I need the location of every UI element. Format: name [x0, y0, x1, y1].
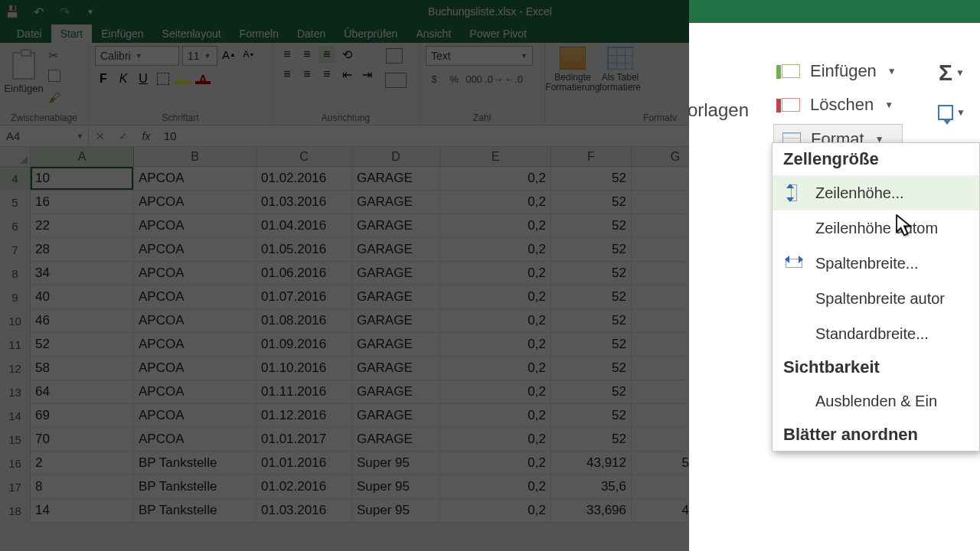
- row-header[interactable]: 8: [0, 262, 31, 285]
- increase-decimal-button[interactable]: .0→: [485, 70, 502, 87]
- redo-icon[interactable]: ↷: [57, 4, 72, 19]
- cell[interactable]: 52: [551, 214, 632, 237]
- cell[interactable]: 01.02.2016: [256, 475, 352, 498]
- cell[interactable]: 10: [31, 167, 134, 190]
- tab-ansicht[interactable]: Ansicht: [407, 24, 460, 43]
- col-header-F[interactable]: F: [551, 147, 632, 166]
- cell[interactable]: 64: [31, 380, 134, 403]
- cell[interactable]: 0,2: [440, 499, 551, 522]
- cell[interactable]: 52: [551, 191, 632, 214]
- row-header[interactable]: 15: [0, 428, 31, 451]
- cell[interactable]: 01.06.2016: [256, 262, 352, 285]
- row-header[interactable]: 17: [0, 475, 31, 498]
- cell[interactable]: 16: [31, 191, 134, 214]
- cell[interactable]: 01.07.2016: [256, 285, 352, 308]
- cell[interactable]: BP Tankstelle: [134, 499, 256, 522]
- row-header[interactable]: 12: [0, 357, 31, 380]
- cancel-formula-button[interactable]: ✕: [89, 126, 112, 146]
- cell[interactable]: GARAGE: [352, 214, 440, 237]
- tab-datei[interactable]: Datei: [8, 24, 51, 43]
- cell[interactable]: 52: [31, 333, 134, 356]
- cell[interactable]: 01.12.2016: [256, 404, 352, 427]
- cell[interactable]: GARAGE: [352, 285, 440, 308]
- cell[interactable]: 52: [551, 309, 632, 332]
- cell[interactable]: APCOA: [134, 214, 256, 237]
- col-header-C[interactable]: C: [256, 147, 352, 166]
- border-button[interactable]: [155, 70, 172, 87]
- font-size-combo[interactable]: 11▼: [182, 46, 217, 66]
- cell[interactable]: 52: [551, 404, 632, 427]
- cell[interactable]: 0,2: [440, 475, 551, 498]
- cell[interactable]: APCOA: [134, 285, 256, 308]
- row-header[interactable]: 5: [0, 191, 31, 214]
- cell[interactable]: 28: [31, 238, 134, 261]
- cell[interactable]: GARAGE: [352, 428, 440, 451]
- autosum-button[interactable]: Σ▼: [933, 57, 971, 89]
- cell[interactable]: 0,2: [440, 167, 551, 190]
- cell[interactable]: 14: [31, 499, 134, 522]
- wrap-text-button[interactable]: [383, 46, 406, 66]
- cell[interactable]: 34: [31, 262, 134, 285]
- col-header-B[interactable]: B: [134, 147, 256, 166]
- cell[interactable]: 01.03.2016: [256, 191, 352, 214]
- delete-cells-button[interactable]: Löschen▼: [773, 90, 903, 119]
- cell[interactable]: 35,6: [551, 475, 632, 498]
- menu-item-column-width[interactable]: Spaltenbreite...: [773, 246, 979, 281]
- row-header[interactable]: 13: [0, 380, 31, 403]
- cell[interactable]: 01.10.2016: [256, 357, 352, 380]
- cell[interactable]: 2: [31, 452, 134, 474]
- paste-button[interactable]: Einfügen: [6, 46, 41, 99]
- cell[interactable]: 52: [551, 333, 632, 356]
- cell[interactable]: Super 95: [352, 475, 440, 498]
- tab-powerpivot[interactable]: Power Pivot: [460, 24, 536, 43]
- cell[interactable]: APCOA: [134, 357, 256, 380]
- cell[interactable]: 0,2: [440, 380, 551, 403]
- tab-einfuegen[interactable]: Einfügen: [92, 24, 152, 43]
- cell[interactable]: GARAGE: [352, 404, 440, 427]
- cell[interactable]: 0,2: [440, 285, 551, 308]
- cell[interactable]: 33,696: [551, 499, 632, 522]
- tab-seitenlayout[interactable]: Seitenlayout: [153, 24, 230, 43]
- cell[interactable]: 69: [31, 404, 134, 427]
- cell[interactable]: 52: [551, 285, 632, 308]
- cell[interactable]: APCOA: [134, 428, 256, 451]
- cell[interactable]: 01.09.2016: [256, 333, 352, 356]
- cell[interactable]: GARAGE: [352, 191, 440, 214]
- row-header[interactable]: 7: [0, 238, 31, 261]
- insert-cells-button[interactable]: Einfügen▼: [773, 57, 903, 86]
- cell[interactable]: GARAGE: [352, 167, 440, 190]
- tab-ueberpruefen[interactable]: Überprüfen: [335, 24, 407, 43]
- cell[interactable]: 0,2: [440, 404, 551, 427]
- italic-button[interactable]: K: [115, 70, 132, 87]
- col-header-E[interactable]: E: [440, 147, 551, 166]
- align-left-button[interactable]: ≡: [279, 66, 296, 83]
- cell[interactable]: 0,2: [440, 357, 551, 380]
- cell[interactable]: 01.05.2016: [256, 238, 352, 261]
- cell[interactable]: 58: [31, 357, 134, 380]
- format-as-table-button[interactable]: Als Tabelformatiere: [599, 46, 642, 99]
- percent-format-button[interactable]: %: [446, 70, 462, 87]
- align-right-button[interactable]: ≡: [318, 66, 335, 83]
- select-all-corner[interactable]: [0, 147, 31, 166]
- col-header-D[interactable]: D: [352, 147, 440, 166]
- insert-function-button[interactable]: fx: [135, 126, 158, 146]
- accounting-format-button[interactable]: $: [426, 70, 443, 87]
- cell[interactable]: 01.11.2016: [256, 380, 352, 403]
- save-icon[interactable]: 💾: [5, 4, 20, 19]
- cell[interactable]: 70: [31, 428, 134, 451]
- cell[interactable]: 52: [551, 262, 632, 285]
- align-top-button[interactable]: ≡: [279, 46, 296, 63]
- cell[interactable]: APCOA: [134, 262, 256, 285]
- fill-button[interactable]: ▼: [933, 96, 971, 129]
- cell[interactable]: GARAGE: [352, 262, 440, 285]
- row-header[interactable]: 16: [0, 452, 31, 474]
- cell[interactable]: GARAGE: [352, 333, 440, 356]
- cell[interactable]: 52: [551, 428, 632, 451]
- tab-formeln[interactable]: Formeln: [230, 24, 288, 43]
- increase-indent-button[interactable]: ⇥: [358, 66, 375, 83]
- cell[interactable]: 01.04.2016: [256, 214, 352, 237]
- menu-item-autofit-row-height[interactable]: Zeilenhöhe autom: [773, 210, 979, 246]
- font-name-combo[interactable]: Calibri▼: [95, 46, 179, 66]
- cell[interactable]: 52: [551, 357, 632, 380]
- cell[interactable]: GARAGE: [352, 357, 440, 380]
